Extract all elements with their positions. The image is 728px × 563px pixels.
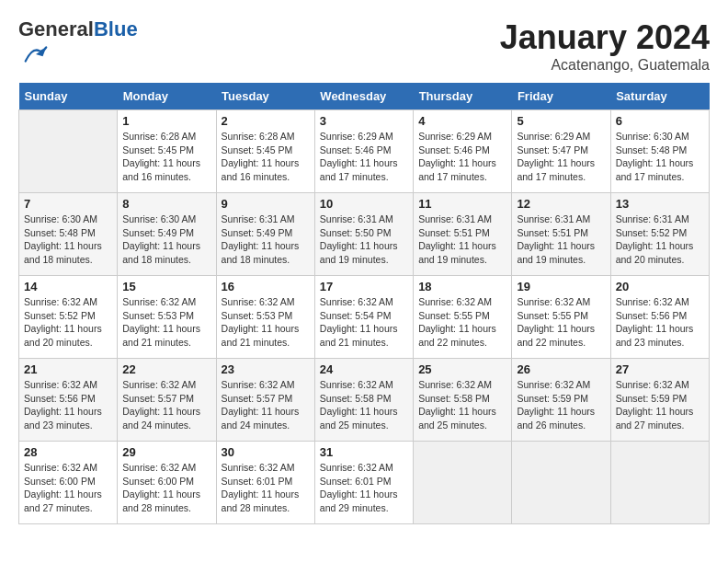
calendar-cell: 13Sunrise: 6:31 AMSunset: 5:52 PMDayligh… bbox=[610, 193, 709, 276]
day-number: 19 bbox=[517, 280, 605, 293]
day-number: 22 bbox=[122, 362, 210, 376]
cell-info: Sunrise: 6:31 AMSunset: 5:51 PMDaylight:… bbox=[418, 213, 506, 267]
calendar-cell: 5Sunrise: 6:29 AMSunset: 5:47 PMDaylight… bbox=[512, 110, 610, 193]
day-number: 23 bbox=[222, 362, 310, 376]
calendar-cell: 15Sunrise: 6:32 AMSunset: 5:53 PMDayligh… bbox=[118, 276, 216, 359]
cell-info: Sunrise: 6:32 AMSunset: 5:53 PMDaylight:… bbox=[222, 295, 310, 350]
day-number: 27 bbox=[616, 362, 704, 376]
calendar-cell: 18Sunrise: 6:32 AMSunset: 5:55 PMDayligh… bbox=[414, 276, 512, 359]
calendar-cell: 9Sunrise: 6:31 AMSunset: 5:49 PMDaylight… bbox=[216, 193, 314, 276]
calendar-cell: 11Sunrise: 6:31 AMSunset: 5:51 PMDayligh… bbox=[414, 193, 512, 276]
week-row-4: 21Sunrise: 6:32 AMSunset: 5:56 PMDayligh… bbox=[19, 359, 710, 442]
day-number: 12 bbox=[517, 197, 605, 211]
logo-blue: Blue bbox=[94, 17, 138, 40]
location: Acatenango, Guatemala bbox=[500, 57, 710, 74]
day-number: 18 bbox=[418, 280, 506, 293]
cell-info: Sunrise: 6:32 AMSunset: 5:53 PMDaylight:… bbox=[122, 295, 210, 350]
calendar-cell: 22Sunrise: 6:32 AMSunset: 5:57 PMDayligh… bbox=[118, 359, 216, 442]
calendar-cell: 30Sunrise: 6:32 AMSunset: 6:01 PMDayligh… bbox=[216, 442, 314, 524]
cell-info: Sunrise: 6:30 AMSunset: 5:49 PMDaylight:… bbox=[122, 213, 210, 267]
cell-info: Sunrise: 6:32 AMSunset: 5:57 PMDaylight:… bbox=[122, 378, 210, 432]
calendar-cell: 23Sunrise: 6:32 AMSunset: 5:57 PMDayligh… bbox=[216, 359, 314, 442]
calendar-cell: 19Sunrise: 6:32 AMSunset: 5:55 PMDayligh… bbox=[512, 276, 610, 359]
calendar-header-row: SundayMondayTuesdayWednesdayThursdayFrid… bbox=[19, 83, 710, 110]
calendar-cell: 25Sunrise: 6:32 AMSunset: 5:58 PMDayligh… bbox=[414, 359, 512, 442]
column-header-wednesday: Wednesday bbox=[314, 83, 413, 110]
day-number: 30 bbox=[222, 445, 310, 459]
cell-info: Sunrise: 6:32 AMSunset: 5:57 PMDaylight:… bbox=[222, 378, 310, 432]
calendar-cell: 29Sunrise: 6:32 AMSunset: 6:00 PMDayligh… bbox=[118, 442, 216, 524]
logo-general: General bbox=[18, 17, 94, 40]
cell-info: Sunrise: 6:32 AMSunset: 6:00 PMDaylight:… bbox=[122, 461, 210, 515]
logo-icon bbox=[22, 40, 50, 68]
cell-info: Sunrise: 6:32 AMSunset: 5:54 PMDaylight:… bbox=[320, 295, 408, 350]
calendar-cell: 16Sunrise: 6:32 AMSunset: 5:53 PMDayligh… bbox=[216, 276, 314, 359]
day-number: 3 bbox=[320, 114, 408, 128]
calendar-cell: 27Sunrise: 6:32 AMSunset: 5:59 PMDayligh… bbox=[610, 359, 709, 442]
column-header-saturday: Saturday bbox=[610, 83, 709, 110]
day-number: 2 bbox=[222, 114, 310, 128]
calendar-cell: 17Sunrise: 6:32 AMSunset: 5:54 PMDayligh… bbox=[314, 276, 413, 359]
day-number: 8 bbox=[122, 197, 210, 211]
month-title: January 2024 bbox=[500, 18, 710, 57]
calendar-cell: 14Sunrise: 6:32 AMSunset: 5:52 PMDayligh… bbox=[19, 276, 118, 359]
day-number: 6 bbox=[616, 114, 704, 128]
cell-info: Sunrise: 6:32 AMSunset: 5:58 PMDaylight:… bbox=[320, 378, 408, 432]
cell-info: Sunrise: 6:32 AMSunset: 6:00 PMDaylight:… bbox=[24, 461, 112, 515]
cell-info: Sunrise: 6:32 AMSunset: 5:56 PMDaylight:… bbox=[24, 378, 112, 432]
cell-info: Sunrise: 6:31 AMSunset: 5:50 PMDaylight:… bbox=[320, 213, 408, 267]
calendar-table: SundayMondayTuesdayWednesdayThursdayFrid… bbox=[18, 83, 710, 524]
week-row-5: 28Sunrise: 6:32 AMSunset: 6:00 PMDayligh… bbox=[19, 442, 710, 524]
cell-info: Sunrise: 6:31 AMSunset: 5:49 PMDaylight:… bbox=[222, 213, 310, 267]
cell-info: Sunrise: 6:32 AMSunset: 5:59 PMDaylight:… bbox=[517, 378, 605, 432]
calendar-cell: 1Sunrise: 6:28 AMSunset: 5:45 PMDaylight… bbox=[118, 110, 216, 193]
day-number: 13 bbox=[616, 197, 704, 211]
calendar-cell: 10Sunrise: 6:31 AMSunset: 5:50 PMDayligh… bbox=[314, 193, 413, 276]
cell-info: Sunrise: 6:32 AMSunset: 6:01 PMDaylight:… bbox=[222, 461, 310, 515]
cell-info: Sunrise: 6:31 AMSunset: 5:51 PMDaylight:… bbox=[517, 213, 605, 267]
day-number: 4 bbox=[418, 114, 506, 128]
calendar-cell: 28Sunrise: 6:32 AMSunset: 6:00 PMDayligh… bbox=[19, 442, 118, 524]
column-header-monday: Monday bbox=[118, 83, 216, 110]
week-row-2: 7Sunrise: 6:30 AMSunset: 5:48 PMDaylight… bbox=[19, 193, 710, 276]
calendar-cell: 7Sunrise: 6:30 AMSunset: 5:48 PMDaylight… bbox=[19, 193, 118, 276]
day-number: 24 bbox=[320, 362, 408, 376]
cell-info: Sunrise: 6:30 AMSunset: 5:48 PMDaylight:… bbox=[616, 130, 704, 184]
calendar-cell bbox=[414, 442, 512, 524]
day-number: 15 bbox=[122, 280, 210, 293]
cell-info: Sunrise: 6:28 AMSunset: 5:45 PMDaylight:… bbox=[222, 130, 310, 184]
day-number: 16 bbox=[222, 280, 310, 293]
calendar-cell bbox=[19, 110, 118, 193]
week-row-3: 14Sunrise: 6:32 AMSunset: 5:52 PMDayligh… bbox=[19, 276, 710, 359]
day-number: 10 bbox=[320, 197, 408, 211]
title-block: January 2024 Acatenango, Guatemala bbox=[500, 18, 710, 74]
day-number: 14 bbox=[24, 280, 112, 293]
calendar-cell bbox=[610, 442, 709, 524]
calendar-cell: 24Sunrise: 6:32 AMSunset: 5:58 PMDayligh… bbox=[314, 359, 413, 442]
column-header-friday: Friday bbox=[512, 83, 610, 110]
cell-info: Sunrise: 6:32 AMSunset: 5:58 PMDaylight:… bbox=[418, 378, 506, 432]
calendar-cell: 31Sunrise: 6:32 AMSunset: 6:01 PMDayligh… bbox=[314, 442, 413, 524]
cell-info: Sunrise: 6:29 AMSunset: 5:47 PMDaylight:… bbox=[517, 130, 605, 184]
cell-info: Sunrise: 6:32 AMSunset: 5:55 PMDaylight:… bbox=[418, 295, 506, 350]
column-header-sunday: Sunday bbox=[19, 83, 118, 110]
day-number: 25 bbox=[418, 362, 506, 376]
calendar-cell bbox=[512, 442, 610, 524]
column-header-tuesday: Tuesday bbox=[216, 83, 314, 110]
cell-info: Sunrise: 6:32 AMSunset: 5:56 PMDaylight:… bbox=[616, 295, 704, 350]
cell-info: Sunrise: 6:32 AMSunset: 5:52 PMDaylight:… bbox=[24, 295, 112, 350]
cell-info: Sunrise: 6:32 AMSunset: 5:55 PMDaylight:… bbox=[517, 295, 605, 350]
day-number: 11 bbox=[418, 197, 506, 211]
cell-info: Sunrise: 6:29 AMSunset: 5:46 PMDaylight:… bbox=[418, 130, 506, 184]
day-number: 29 bbox=[122, 445, 210, 459]
calendar-cell: 26Sunrise: 6:32 AMSunset: 5:59 PMDayligh… bbox=[512, 359, 610, 442]
day-number: 17 bbox=[320, 280, 408, 293]
cell-info: Sunrise: 6:32 AMSunset: 6:01 PMDaylight:… bbox=[320, 461, 408, 515]
page-header: GeneralBlue January 2024 Acatenango, Gua… bbox=[18, 18, 710, 74]
day-number: 20 bbox=[616, 280, 704, 293]
calendar-cell: 6Sunrise: 6:30 AMSunset: 5:48 PMDaylight… bbox=[610, 110, 709, 193]
calendar-cell: 8Sunrise: 6:30 AMSunset: 5:49 PMDaylight… bbox=[118, 193, 216, 276]
logo: GeneralBlue bbox=[18, 18, 138, 72]
column-header-thursday: Thursday bbox=[414, 83, 512, 110]
calendar-cell: 4Sunrise: 6:29 AMSunset: 5:46 PMDaylight… bbox=[414, 110, 512, 193]
